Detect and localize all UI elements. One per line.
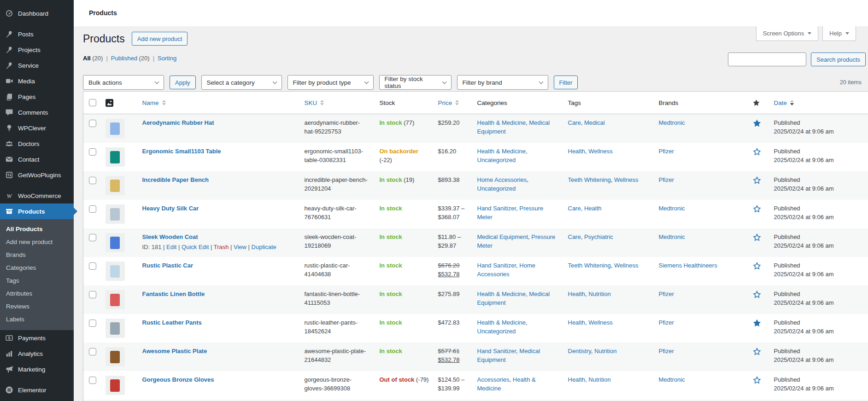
product-thumbnail[interactable] bbox=[106, 147, 125, 167]
featured-star-filled-icon[interactable] bbox=[752, 122, 762, 129]
row-checkbox[interactable] bbox=[89, 120, 96, 127]
brand-link[interactable]: Medtronic bbox=[659, 119, 685, 126]
tag-link[interactable]: Health bbox=[568, 291, 586, 297]
product-name-link[interactable]: Fantastic Linen Bottle bbox=[142, 291, 205, 297]
tag-link[interactable]: Care bbox=[568, 233, 581, 240]
row-checkbox[interactable] bbox=[89, 205, 96, 213]
submenu-item-categories[interactable]: Categories bbox=[0, 262, 74, 274]
sort-price[interactable]: Price bbox=[438, 99, 459, 106]
tag-link[interactable]: Wellness bbox=[588, 148, 613, 155]
category-link[interactable]: Home Accessories bbox=[477, 176, 527, 183]
sidebar-item-pages[interactable]: Pages bbox=[0, 89, 74, 105]
brand-link[interactable]: Pfizer bbox=[659, 291, 674, 297]
tag-link[interactable]: Nutrition bbox=[588, 376, 610, 383]
sidebar-item-products[interactable]: Products bbox=[0, 203, 74, 219]
sidebar-item-posts[interactable]: Posts bbox=[0, 26, 74, 42]
sidebar-item-service[interactable]: Service bbox=[0, 58, 74, 73]
category-link[interactable]: Health & Medicine bbox=[477, 291, 526, 297]
tag-link[interactable]: Wellness bbox=[614, 262, 639, 269]
product-thumbnail[interactable] bbox=[106, 262, 125, 281]
product-name-link[interactable]: Sleek Wooden Coat bbox=[142, 233, 198, 240]
product-thumbnail[interactable] bbox=[106, 319, 125, 338]
sidebar-item-payments[interactable]: $ Payments bbox=[0, 330, 74, 346]
brand-link[interactable]: Pfizer bbox=[659, 348, 674, 355]
category-link[interactable]: Accessories bbox=[477, 376, 510, 383]
sidebar-item-comments[interactable]: Comments bbox=[0, 105, 74, 120]
submenu-item-add-new-product[interactable]: Add new product bbox=[0, 236, 74, 249]
tag-link[interactable]: Health bbox=[568, 148, 586, 155]
tag-link[interactable]: Psychiatric bbox=[584, 233, 613, 240]
category-link[interactable]: Medical Equipment bbox=[477, 233, 528, 240]
sidebar-item-marketing[interactable]: Marketing bbox=[0, 361, 74, 377]
product-name-link[interactable]: Aerodynamic Rubber Hat bbox=[142, 119, 214, 126]
product-type-filter-select[interactable]: Filter by product type bbox=[287, 75, 374, 90]
tag-link[interactable]: Medical bbox=[584, 119, 605, 126]
tag-link[interactable]: Health bbox=[568, 376, 586, 383]
stock-status-filter-select[interactable]: Filter by stock status bbox=[379, 75, 452, 90]
featured-star-outline-icon[interactable] bbox=[752, 237, 762, 244]
sort-sku[interactable]: SKU bbox=[305, 99, 324, 106]
product-thumbnail[interactable] bbox=[106, 376, 125, 395]
row-action-duplicate[interactable]: Duplicate bbox=[252, 244, 276, 250]
brand-link[interactable]: Medtronic bbox=[659, 205, 685, 212]
sidebar-item-dashboard[interactable]: Dashboard bbox=[0, 6, 74, 21]
tag-link[interactable]: Wellness bbox=[614, 176, 639, 183]
product-name-link[interactable]: Heavy Duty Silk Car bbox=[142, 205, 199, 212]
submenu-item-reviews[interactable]: Reviews bbox=[0, 300, 74, 313]
tag-link[interactable]: Nutrition bbox=[594, 348, 616, 355]
row-action-view[interactable]: View bbox=[234, 244, 246, 250]
brand-link[interactable]: Pfizer bbox=[659, 319, 674, 326]
row-action-edit[interactable]: Edit bbox=[166, 244, 176, 250]
sidebar-item-doctors[interactable]: Doctors bbox=[0, 136, 74, 151]
product-name-link[interactable]: Awesome Plastic Plate bbox=[142, 348, 207, 355]
sidebar-item-projects[interactable]: Projects bbox=[0, 42, 74, 58]
category-link[interactable]: Hand Sanitizer bbox=[477, 348, 516, 355]
product-thumbnail[interactable] bbox=[106, 176, 125, 195]
submenu-item-tags[interactable]: Tags bbox=[0, 274, 74, 287]
sidebar-item-analytics[interactable]: Analytics bbox=[0, 346, 74, 361]
sort-name[interactable]: Name bbox=[142, 99, 166, 106]
product-thumbnail[interactable] bbox=[106, 347, 125, 366]
category-link[interactable]: Health & Medicine bbox=[477, 148, 526, 155]
category-link[interactable]: Health & Medicine bbox=[477, 319, 526, 326]
brand-link[interactable]: Siemens Healthineers bbox=[659, 262, 717, 269]
brand-filter-select[interactable]: Filter by brand bbox=[457, 75, 548, 90]
row-action-trash[interactable]: Trash bbox=[214, 244, 229, 250]
product-name-link[interactable]: Incredible Paper Bench bbox=[142, 176, 209, 183]
submenu-item-attributes[interactable]: Attributes bbox=[0, 287, 74, 300]
featured-star-outline-icon[interactable] bbox=[752, 180, 762, 186]
featured-star-outline-icon[interactable] bbox=[752, 351, 762, 358]
row-checkbox[interactable] bbox=[89, 377, 96, 384]
row-checkbox[interactable] bbox=[89, 148, 96, 156]
tag-link[interactable]: Care bbox=[568, 119, 581, 126]
row-checkbox[interactable] bbox=[89, 320, 96, 327]
row-action-quick-edit[interactable]: Quick Edit bbox=[182, 244, 209, 250]
row-checkbox[interactable] bbox=[89, 291, 96, 298]
submenu-item-labels[interactable]: Labels bbox=[0, 313, 74, 326]
filter-button[interactable]: Filter bbox=[554, 76, 578, 89]
sidebar-item-elementor[interactable]: Elementor bbox=[0, 382, 74, 398]
product-thumbnail[interactable] bbox=[106, 204, 125, 224]
category-link[interactable]: Uncategorized bbox=[477, 157, 516, 163]
sidebar-item-media[interactable]: Media bbox=[0, 73, 74, 89]
featured-star-outline-icon[interactable] bbox=[752, 379, 762, 386]
product-name-link[interactable]: Rustic Plastic Car bbox=[142, 262, 194, 269]
sidebar-item-wpclever[interactable]: WPClever bbox=[0, 120, 74, 136]
product-name-link[interactable]: Gorgeous Bronze Gloves bbox=[142, 376, 214, 383]
product-name-link[interactable]: Ergonomic Small1103 Table bbox=[142, 148, 221, 155]
add-new-product-button[interactable]: Add new product bbox=[132, 32, 188, 46]
product-thumbnail[interactable] bbox=[106, 290, 125, 309]
row-checkbox[interactable] bbox=[89, 234, 96, 241]
tag-link[interactable]: Care bbox=[568, 205, 581, 212]
brand-link[interactable]: Medtronic bbox=[659, 376, 685, 383]
product-name-link[interactable]: Rustic Leather Pants bbox=[142, 319, 202, 326]
search-products-button[interactable]: Search products bbox=[811, 52, 866, 66]
featured-star-filled-icon[interactable] bbox=[752, 322, 762, 329]
featured-star-outline-icon[interactable] bbox=[752, 294, 762, 301]
sidebar-item-getwooplugins[interactable]: GetWooPlugins bbox=[0, 167, 74, 183]
category-link[interactable]: Hand Sanitizer bbox=[477, 205, 516, 212]
row-checkbox[interactable] bbox=[89, 177, 96, 184]
row-checkbox[interactable] bbox=[89, 348, 96, 355]
featured-star-outline-icon[interactable] bbox=[752, 208, 762, 215]
row-checkbox[interactable] bbox=[89, 262, 96, 270]
